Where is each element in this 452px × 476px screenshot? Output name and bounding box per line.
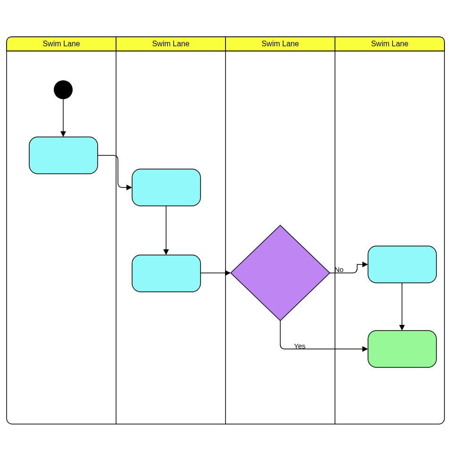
branch-label-no: No xyxy=(335,265,343,273)
lane-3-label: Swim Lane xyxy=(261,40,299,48)
activity-5 xyxy=(368,331,436,367)
activity-4 xyxy=(368,246,436,283)
start-node xyxy=(54,80,73,99)
activity-1 xyxy=(29,137,98,174)
swimlane-diagram: Swim Lane Swim Lane Swim Lane Swim Lane … xyxy=(0,0,452,476)
lane-2-label: Swim Lane xyxy=(152,40,189,48)
activity-2 xyxy=(132,169,201,206)
lane-4-label: Swim Lane xyxy=(371,40,408,48)
lane-1-label: Swim Lane xyxy=(42,40,80,48)
activity-3 xyxy=(132,255,201,292)
branch-label-yes: Yes xyxy=(294,342,305,350)
